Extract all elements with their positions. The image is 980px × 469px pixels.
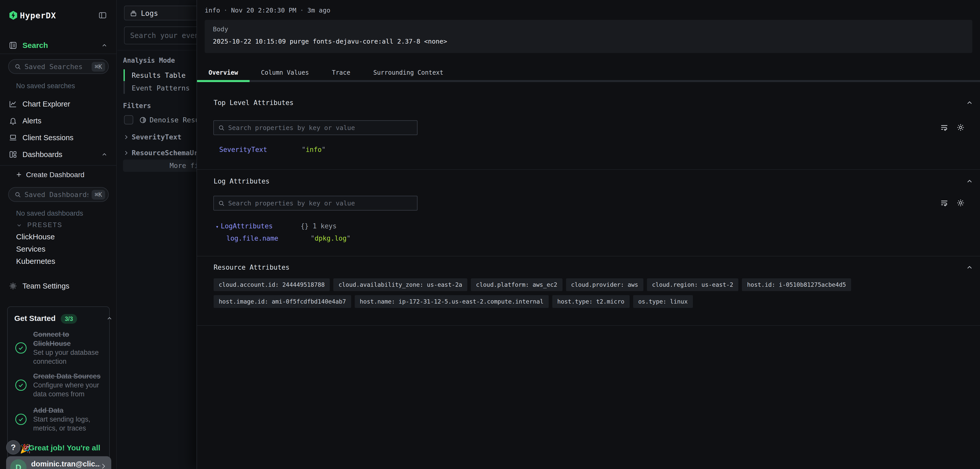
- attribute-key[interactable]: log.file.name: [226, 234, 310, 242]
- bell-icon: [9, 116, 18, 125]
- separator: ·: [296, 6, 307, 14]
- gear-icon[interactable]: [956, 198, 965, 208]
- step-text: Create Data Sources Configure where your…: [33, 372, 104, 399]
- resource-pill[interactable]: cloud.account.id: 244449518788: [213, 278, 330, 291]
- gear-icon[interactable]: [956, 123, 965, 132]
- create-dashboard-button[interactable]: Create Dashboard: [15, 169, 112, 181]
- get-started-step-add-data[interactable]: Add Data Start sending logs, metrics, or…: [14, 406, 104, 433]
- chevron-right-icon: [123, 134, 129, 140]
- saved-dashboards-input[interactable]: [24, 188, 88, 201]
- resource-pill[interactable]: cloud.platform: aws_ec2: [471, 278, 563, 291]
- step-desc: Start sending logs, metrics, or traces: [33, 415, 104, 433]
- section-toolbar: [940, 198, 965, 208]
- saved-dashboards-search[interactable]: ⌘K: [8, 187, 109, 202]
- log-detail-header: info·Nov 20 2:20:30 PM·3m ago: [205, 6, 331, 14]
- saved-searches-search[interactable]: ⌘K: [8, 59, 109, 74]
- attribute-meta: {} 1 keys: [301, 222, 337, 230]
- keyboard-shortcut-badge: ⌘K: [92, 190, 105, 200]
- source-select-value: Logs: [141, 9, 158, 17]
- get-started-card: Get Started 3/3 Connect to ClickHouse Se…: [7, 306, 110, 461]
- resource-pill[interactable]: cloud.region: us-east-2: [647, 278, 738, 291]
- denoise-checkbox[interactable]: [124, 115, 133, 124]
- saved-searches-input[interactable]: [24, 60, 88, 73]
- detail-tabs: Overview Column Values Trace Surrounding…: [197, 63, 980, 82]
- chevron-up-icon[interactable]: [106, 315, 113, 322]
- attribute-row[interactable]: SeverityText"info": [219, 146, 326, 154]
- resource-pill[interactable]: host.type: t2.micro: [552, 295, 630, 308]
- attribute-value[interactable]: info: [306, 146, 322, 154]
- chevron-up-icon[interactable]: [966, 99, 974, 106]
- resource-pill-list: cloud.account.id: 244449518788 cloud.ava…: [213, 278, 918, 308]
- wrap-lines-icon[interactable]: [940, 123, 949, 132]
- body-card: Body 2025-10-22 10:15:09 purge fonts-dej…: [205, 20, 972, 53]
- chevron-down-icon: [16, 222, 22, 228]
- resource-pill[interactable]: host.name: ip-172-31-12-5.us-east-2.comp…: [355, 295, 549, 308]
- user-name: dominic.tran@clic...: [31, 460, 100, 468]
- user-menu[interactable]: D dominic.tran@clic... dominic.tran@clic…: [6, 456, 111, 469]
- property-search-input[interactable]: [228, 121, 412, 135]
- filter-group-label: SeverityText: [132, 133, 181, 141]
- attribute-row[interactable]: log.file.name"dpkg.log": [226, 234, 351, 242]
- resource-pill[interactable]: host.image.id: ami-0f5fcdfbd140e4ab7: [213, 295, 351, 308]
- property-search[interactable]: [213, 196, 417, 211]
- resource-pill[interactable]: cloud.provider: aws: [566, 278, 643, 291]
- get-started-step-connect[interactable]: Connect to ClickHouse Set up your databa…: [14, 330, 104, 366]
- check-circle-icon: [14, 379, 27, 392]
- tab-column-values[interactable]: Column Values: [250, 63, 321, 82]
- tab-trace[interactable]: Trace: [320, 63, 362, 82]
- step-text: Add Data Start sending logs, metrics, or…: [33, 406, 104, 433]
- get-started-step-sources[interactable]: Create Data Sources Configure where your…: [14, 372, 104, 399]
- body-label: Body: [213, 25, 228, 33]
- quote: ": [310, 234, 315, 242]
- chevron-up-icon[interactable]: [966, 177, 974, 185]
- gear-icon: [9, 282, 18, 290]
- hyperdx-logo-icon: [8, 10, 18, 21]
- sidebar-item-client-sessions[interactable]: Client Sessions: [0, 130, 117, 145]
- check-circle-icon: [14, 413, 27, 426]
- section-title: Resource Attributes: [213, 263, 290, 271]
- get-started-header[interactable]: Get Started 3/3: [14, 314, 103, 325]
- attribute-key[interactable]: LogAttributes: [221, 222, 301, 230]
- sidebar-collapse-icon[interactable]: [98, 11, 107, 20]
- sidebar-item-search[interactable]: Search: [0, 38, 117, 52]
- resource-pill[interactable]: host.id: i-0510b81275acbe4d5: [742, 278, 851, 291]
- chevron-up-icon[interactable]: [966, 263, 974, 271]
- caret-down-icon[interactable]: ▾: [216, 223, 221, 230]
- search-journal-icon: [9, 41, 18, 50]
- sidebar-item-alerts[interactable]: Alerts: [0, 114, 117, 128]
- help-button[interactable]: ?: [6, 440, 21, 455]
- mode-event-patterns[interactable]: Event Patterns: [132, 84, 190, 92]
- line-chart-icon: [9, 100, 18, 108]
- chevron-up-icon[interactable]: [101, 151, 108, 158]
- attribute-value[interactable]: dpkg.log: [315, 234, 347, 242]
- preset-item-clickhouse[interactable]: ClickHouse: [16, 233, 55, 241]
- sidebar-item-chart-explorer[interactable]: Chart Explorer: [0, 97, 117, 111]
- preset-item-services[interactable]: Services: [16, 245, 45, 254]
- resource-pill[interactable]: cloud.availability_zone: us-east-2a: [333, 278, 467, 291]
- body-text: 2025-10-22 10:15:09 purge fonts-dejavu-c…: [213, 38, 447, 45]
- logs-tray-icon: [130, 10, 137, 17]
- property-search-input[interactable]: [228, 196, 412, 210]
- wrap-lines-icon[interactable]: [940, 198, 949, 208]
- attribute-tree-root[interactable]: ▾LogAttributes{} 1 keys: [216, 222, 337, 230]
- timestamp: Nov 20 2:20:30 PM: [231, 6, 296, 14]
- chevron-up-icon[interactable]: [101, 42, 108, 49]
- sidebar-item-label: Chart Explorer: [22, 100, 70, 108]
- sidebar-item-team-settings[interactable]: Team Settings: [0, 279, 117, 293]
- resource-pill[interactable]: os.type: linux: [633, 295, 693, 308]
- mode-active-indicator: [124, 69, 125, 81]
- section-log-attributes: Log Attributes ▾LogAttributes{} 1 keys l…: [197, 169, 980, 256]
- mode-results-table[interactable]: Results Table: [132, 71, 186, 79]
- sidebar-item-dashboards[interactable]: Dashboards: [0, 147, 117, 162]
- step-title: Add Data: [33, 406, 104, 415]
- logo-row: HyperDX: [0, 8, 117, 23]
- relative-time: 3m ago: [307, 6, 330, 14]
- filter-group-label: ResourceSchemaUrl: [132, 149, 202, 157]
- preset-item-kubernetes[interactable]: Kubernetes: [16, 257, 55, 266]
- attribute-key[interactable]: SeverityText: [219, 146, 302, 154]
- section-top-level-attributes: Top Level Attributes SeverityText"info": [197, 84, 980, 169]
- tab-overview[interactable]: Overview: [197, 63, 250, 82]
- tab-surrounding-context[interactable]: Surrounding Context: [362, 63, 455, 82]
- property-search[interactable]: [213, 120, 417, 135]
- presets-toggle[interactable]: PRESETS: [16, 220, 103, 230]
